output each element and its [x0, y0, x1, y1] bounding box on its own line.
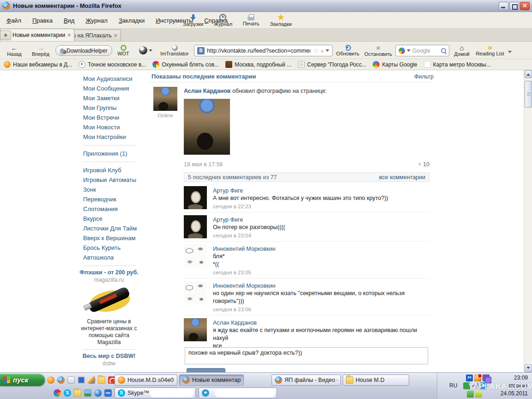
sidebar-app-link[interactable]: Брось Курить: [83, 243, 139, 253]
tray-icon[interactable]: [480, 382, 487, 389]
tab-close-icon[interactable]: ×: [114, 32, 117, 39]
wot-button[interactable]: WOT: [113, 42, 134, 58]
scroll-up-button[interactable]: [525, 70, 532, 78]
close-button[interactable]: [520, 2, 530, 10]
quick-launch-icon[interactable]: [84, 389, 91, 397]
sidebar-app-link[interactable]: Игровые Автоматы: [83, 175, 139, 185]
comment-avatar[interactable]: [184, 186, 207, 209]
comment-author-link[interactable]: Артур Фиге: [213, 187, 243, 194]
sidebar-app-link[interactable]: Слотомания: [83, 204, 139, 214]
post-author-link[interactable]: Аслан Карданов: [184, 88, 231, 94]
heart-icon[interactable]: ♥: [418, 161, 422, 168]
task-button[interactable]: House M.D: [343, 375, 409, 386]
ad-block[interactable]: Флэшки - от 200 руб. magazilla.ru Сравни…: [77, 269, 141, 367]
bookmark-item[interactable]: Охуенный блять сов...: [152, 61, 219, 68]
sidebar-link[interactable]: Мои Группы: [83, 103, 139, 113]
bookmark-item[interactable]: Москва, подробный ...: [225, 61, 291, 68]
menu-item[interactable]: Вид: [59, 16, 79, 25]
task-button[interactable]: Skype™: [115, 387, 196, 399]
comment-avatar[interactable]: [184, 244, 207, 267]
toolbar-button[interactable]: Загрузки: [181, 12, 205, 29]
post-author-avatar[interactable]: [153, 87, 177, 111]
all-comments-link[interactable]: все комментарии: [379, 174, 425, 181]
comment-avatar[interactable]: [184, 281, 207, 304]
restore-button[interactable]: [509, 2, 519, 10]
sidebar-app-link[interactable]: Вверх к Вершинам: [83, 233, 139, 243]
new-tab-button[interactable]: +: [0, 30, 11, 40]
menu-item[interactable]: Закладки: [114, 16, 149, 25]
menu-item[interactable]: Файл: [2, 16, 26, 25]
task-button[interactable]: Новые комментарии...: [179, 375, 244, 386]
comment-avatar[interactable]: [184, 318, 207, 341]
sidebar-apps-header[interactable]: Приложения (1): [83, 150, 127, 157]
comment-author-link[interactable]: Иннокентий Морковкин: [213, 283, 275, 289]
bookmark-item[interactable]: Карта метро Москвы...: [424, 61, 491, 68]
downloadhelper-button[interactable]: DownloadHelper: [55, 45, 112, 56]
bookmark-item[interactable]: Точное московское в...: [79, 61, 146, 68]
sidebar-link[interactable]: Мои Встречи: [83, 113, 139, 122]
quick-launch-icon[interactable]: [47, 376, 54, 384]
quick-launch-icon[interactable]: [94, 389, 102, 397]
quick-launch-icon[interactable]: [88, 376, 95, 384]
forward-button[interactable]: → Вперёд: [28, 42, 54, 58]
sidebar-link[interactable]: Мои Аудиозаписи: [83, 74, 139, 84]
imtranslator-button[interactable]: ImTranslator: [157, 42, 192, 58]
quick-launch-icon[interactable]: [67, 376, 75, 384]
browser-tab[interactable]: Новые комментарии ×: [0, 29, 74, 41]
stop-button[interactable]: × Остановить: [363, 42, 393, 58]
scrollbar-thumb[interactable]: [525, 81, 532, 108]
task-button[interactable]: House.M.D.s04e05.r...: [115, 375, 177, 386]
sidebar-link[interactable]: Мои Настройки: [83, 132, 139, 142]
send-comment-button[interactable]: [187, 368, 225, 372]
sidebar-app-link[interactable]: Игровой Клуб: [83, 165, 139, 175]
sidebar-app-link[interactable]: Листочки Для Тайм: [83, 224, 139, 233]
quick-launch-icon[interactable]: [74, 389, 81, 397]
tray-icon[interactable]: [467, 391, 474, 398]
quick-launch-icon[interactable]: [57, 376, 65, 384]
bookmark-star-icon[interactable]: ☆: [313, 47, 319, 54]
quick-launch-icon[interactable]: [64, 389, 71, 397]
comment-avatar[interactable]: [184, 215, 207, 238]
comment-author-link[interactable]: Аслан Карданов: [213, 320, 257, 326]
tray-icon[interactable]: [466, 375, 473, 381]
bookmark-item[interactable]: Наши вебкамеры в Д...: [4, 61, 72, 68]
url-text[interactable]: http://vkontakte.ru/feed?section=comment…: [207, 48, 310, 54]
url-dropdown-icon[interactable]: [326, 49, 329, 54]
sidebar-app-link[interactable]: Вкурсе: [83, 214, 139, 224]
search-icon[interactable]: [441, 48, 446, 53]
tray-icon[interactable]: [463, 382, 470, 389]
menu-item[interactable]: Правка: [28, 16, 57, 25]
vertical-scrollbar[interactable]: [524, 70, 532, 372]
home-button[interactable]: ⌂ Домой: [452, 42, 472, 58]
quick-launch-icon[interactable]: [104, 389, 112, 397]
post-likes[interactable]: ♥ 10: [393, 161, 429, 168]
task-button[interactable]: [199, 387, 277, 399]
filter-link[interactable]: Фильтр: [414, 73, 434, 80]
back-button[interactable]: ← Назад: [2, 42, 27, 58]
search-box[interactable]: [395, 45, 449, 56]
ad-title[interactable]: Флэшки - от 200 руб.: [77, 269, 141, 276]
sidebar-link[interactable]: Мои Сообщения: [83, 84, 139, 93]
tray-icon[interactable]: [475, 391, 482, 398]
tab-close-icon[interactable]: ×: [67, 32, 71, 38]
sidebar-app-link[interactable]: Зонк: [83, 185, 139, 194]
comment-author-link[interactable]: Иннокентий Морковкин: [213, 246, 275, 252]
task-button[interactable]: ЯП файлы - Видео - ...: [272, 375, 341, 386]
ad-title-2[interactable]: Весь мир с DSBW!: [77, 353, 141, 360]
menu-item[interactable]: Журнал: [81, 16, 112, 25]
sidebar-app-link[interactable]: Переводчик: [83, 194, 139, 204]
minimize-button[interactable]: [499, 2, 508, 10]
tray-icon[interactable]: [483, 375, 490, 381]
language-indicator[interactable]: RU: [447, 382, 459, 389]
search-input[interactable]: [412, 48, 439, 54]
reading-list-button[interactable]: » Reading List: [474, 42, 506, 58]
refresh-button[interactable]: Обновить: [334, 42, 361, 58]
tray-icon[interactable]: [474, 375, 481, 381]
comment-author-link[interactable]: Артур Фиге: [213, 217, 243, 223]
url-bar[interactable]: В http://vkontakte.ru/feed?section=comme…: [194, 45, 332, 56]
tray-icon[interactable]: [472, 382, 478, 389]
search-engine-dropdown-icon[interactable]: [407, 49, 411, 54]
toolbar-button[interactable]: Закладки: [268, 12, 293, 29]
feed-arrow-icon[interactable]: ›: [321, 48, 323, 54]
post-photo[interactable]: [184, 99, 230, 155]
